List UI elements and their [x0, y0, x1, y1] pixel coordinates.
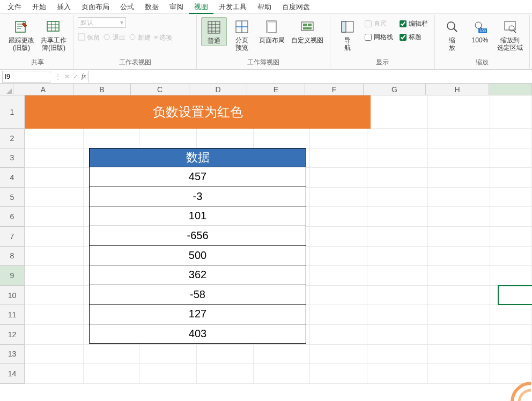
menu-文件[interactable]: 文件	[2, 0, 27, 14]
cell-F2[interactable]	[310, 129, 367, 148]
cell-I8[interactable]	[490, 247, 532, 266]
cell-A10[interactable]	[25, 286, 84, 306]
cell-G9[interactable]	[367, 266, 428, 286]
menu-开始[interactable]: 开始	[27, 0, 51, 14]
menu-公式[interactable]: 公式	[115, 0, 139, 14]
cell-D14[interactable]	[197, 364, 254, 384]
col-header-D[interactable]: D	[189, 84, 247, 95]
cell-I2[interactable]	[490, 129, 532, 148]
new-view-button[interactable]: 新建	[129, 33, 151, 42]
menu-插入[interactable]: 插入	[51, 0, 76, 14]
cell-I5[interactable]	[490, 188, 532, 207]
zoom-button[interactable]: 缩放	[439, 17, 465, 53]
title-banner[interactable]: 负数设置为红色	[25, 95, 371, 129]
cell-A13[interactable]	[25, 345, 84, 365]
cell-H7[interactable]	[428, 227, 490, 247]
row-header-9[interactable]: 9	[0, 266, 25, 286]
keep-button[interactable]: 保留	[78, 33, 100, 42]
cell-I3[interactable]	[490, 148, 532, 168]
cell-A14[interactable]	[25, 364, 84, 384]
navigation-button[interactable]: 导航	[335, 17, 360, 53]
col-header-E[interactable]: E	[247, 84, 305, 95]
cell-H1[interactable]	[428, 95, 490, 129]
cell-H13[interactable]	[428, 345, 490, 365]
cell-C2[interactable]	[139, 129, 197, 148]
cell-I12[interactable]	[490, 325, 532, 345]
cell-E13[interactable]	[254, 345, 311, 365]
cell-A5[interactable]	[25, 188, 84, 207]
col-header-F[interactable]: F	[305, 84, 364, 95]
row-header-14[interactable]: 14	[0, 364, 25, 384]
row-header-1[interactable]: 1	[0, 95, 25, 129]
cell-F7[interactable]	[310, 227, 367, 247]
cell-A8[interactable]	[25, 247, 84, 266]
row-header-8[interactable]: 8	[0, 247, 25, 266]
col-header-I[interactable]	[489, 84, 532, 95]
menu-开发工具[interactable]: 开发工具	[213, 0, 252, 14]
cell-H8[interactable]	[428, 247, 490, 266]
data-row-1[interactable]: 457	[89, 167, 306, 187]
page-layout-button[interactable]: 页面布局	[257, 17, 287, 45]
cell-I1[interactable]	[490, 95, 532, 129]
col-header-G[interactable]: G	[364, 84, 426, 95]
cell-I6[interactable]	[490, 207, 532, 227]
cell-A12[interactable]	[25, 325, 84, 345]
cell-H9[interactable]	[428, 266, 490, 286]
cell-G7[interactable]	[367, 227, 428, 247]
row-header-12[interactable]: 12	[0, 325, 25, 345]
cell-E14[interactable]	[254, 364, 311, 384]
select-all-corner[interactable]	[0, 84, 13, 95]
ruler-checkbox[interactable]: 直尺	[365, 19, 393, 28]
cell-H2[interactable]	[428, 129, 490, 148]
col-header-A[interactable]: A	[13, 84, 73, 95]
cell-B13[interactable]	[84, 345, 140, 365]
menu-视图[interactable]: 视图	[189, 0, 213, 14]
cell-G3[interactable]	[367, 148, 428, 168]
cell-A4[interactable]	[25, 168, 84, 188]
cell-H3[interactable]	[428, 148, 490, 168]
cell-A7[interactable]	[25, 227, 84, 247]
data-row-5[interactable]: 500	[89, 246, 306, 265]
sheetview-combo[interactable]: 默认 ▾	[78, 17, 126, 28]
cell-G4[interactable]	[367, 168, 428, 188]
formula-input[interactable]	[88, 71, 532, 83]
share-workbook-button[interactable]: 共享工作簿(旧版)	[39, 17, 69, 53]
cell-H6[interactable]	[428, 207, 490, 227]
col-header-B[interactable]: B	[73, 84, 131, 95]
cell-G6[interactable]	[367, 207, 428, 227]
cell-B2[interactable]	[84, 129, 140, 148]
cell-C14[interactable]	[139, 364, 197, 384]
data-row-7[interactable]: -58	[89, 285, 306, 305]
page-break-button[interactable]: 分页预览	[229, 17, 255, 53]
fx-icon[interactable]: fx	[82, 72, 86, 80]
formula-bar-checkbox[interactable]: 编辑栏	[400, 19, 428, 28]
row-header-5[interactable]: 5	[0, 188, 25, 207]
data-row-4[interactable]: -656	[89, 226, 306, 246]
headings-checkbox[interactable]: 标题	[400, 33, 428, 42]
menu-审阅[interactable]: 审阅	[164, 0, 189, 14]
cell-H11[interactable]	[428, 305, 490, 325]
menu-百度网盘[interactable]: 百度网盘	[277, 0, 315, 14]
cell-G10[interactable]	[367, 286, 428, 306]
cell-A11[interactable]	[25, 305, 84, 325]
custom-view-button[interactable]: 自定义视图	[289, 17, 326, 45]
row-header-13[interactable]: 13	[0, 345, 25, 365]
name-box[interactable]: ⌄	[2, 71, 50, 83]
data-row-8[interactable]: 127	[89, 305, 306, 324]
cell-H12[interactable]	[428, 325, 490, 345]
cell-A6[interactable]	[25, 207, 84, 227]
cell-F14[interactable]	[310, 364, 367, 384]
cell-F13[interactable]	[310, 345, 367, 365]
menu-帮助[interactable]: 帮助	[252, 0, 277, 14]
cell-G1[interactable]	[367, 95, 428, 129]
row-header-10[interactable]: 10	[0, 286, 25, 306]
cell-A3[interactable]	[25, 148, 84, 168]
cell-H10[interactable]	[428, 286, 490, 306]
cell-F4[interactable]	[310, 168, 367, 188]
cell-G14[interactable]	[367, 364, 428, 384]
cell-F3[interactable]	[310, 148, 367, 168]
cell-A9[interactable]	[25, 266, 84, 286]
normal-view-button[interactable]: 普通	[201, 17, 227, 46]
cell-G5[interactable]	[367, 188, 428, 207]
cell-G11[interactable]	[367, 305, 428, 325]
